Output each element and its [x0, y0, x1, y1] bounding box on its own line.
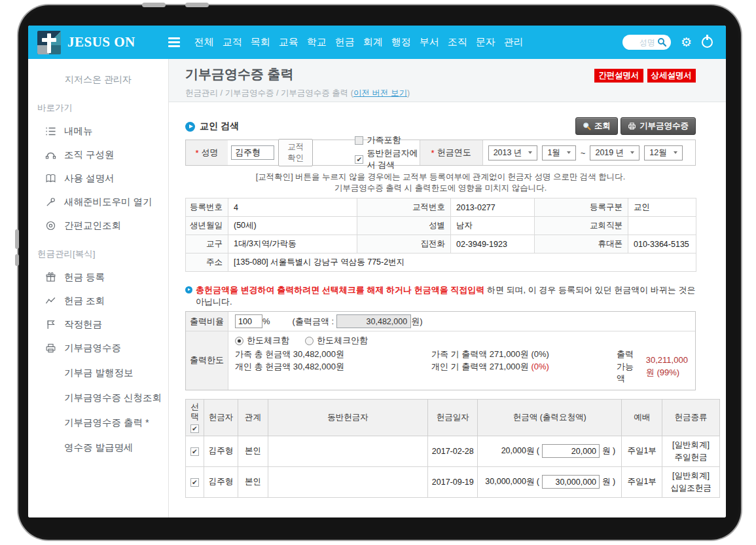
- month-to-select[interactable]: 12월: [644, 145, 682, 160]
- sidebar-section-shortcuts: 바로가기: [37, 102, 168, 114]
- nav-item-offering[interactable]: 헌금: [335, 36, 355, 48]
- tablet-screen: JESUS ON 전체 교적 목회 교육 학교 헌금 회계 행정 부서 조직 문…: [28, 26, 726, 517]
- sidebar-item-newyear-helper[interactable]: 새해준비도우미 열기: [45, 196, 168, 208]
- row-select-checkbox[interactable]: ✔: [190, 447, 199, 456]
- app-logo-text[interactable]: JESUS ON: [67, 34, 135, 50]
- nav-item-education[interactable]: 교육: [279, 36, 298, 48]
- sidebar-item-offering-search[interactable]: 헌금 조회: [45, 295, 168, 307]
- member-search-section-title: 교인 검색: [185, 121, 239, 135]
- power-icon[interactable]: [702, 37, 713, 48]
- print-amount-readonly-input: [336, 314, 411, 328]
- hamburger-menu-icon[interactable]: [168, 37, 180, 47]
- search-help-text: [교적확인] 버튼을 누르지 않을 경우에는 교적부 등록여부에 관계없이 헌금…: [185, 172, 696, 193]
- top-navigation-bar: JESUS ON 전체 교적 목회 교육 학교 헌금 회계 행정 부서 조직 문…: [28, 26, 726, 59]
- reg-type-value: 교인: [628, 198, 696, 217]
- limit-check-on-radio[interactable]: 한도체크함: [235, 335, 289, 347]
- gear-icon[interactable]: ⚙: [681, 36, 692, 48]
- sidebar-item-donation-issue-info[interactable]: 기부금 발행정보: [64, 367, 168, 379]
- cross-logo-icon[interactable]: [37, 31, 61, 54]
- table-row: ✔ 김주형 본인 2017-09-19 30,000,000원 (: [186, 466, 720, 497]
- menu-list-icon: [45, 126, 56, 137]
- church-no-label: 교적번호: [357, 198, 451, 217]
- limit-check-off-radio[interactable]: 한도체크안함: [305, 335, 368, 347]
- admin-label: 지저스온 관리자: [28, 74, 168, 86]
- sidebar-item-receipt-issue-detail[interactable]: 영수증 발급명세: [64, 442, 168, 454]
- sidebar-item-pledged-offering[interactable]: 작정헌금: [45, 318, 168, 331]
- nav-item-sms[interactable]: 문자: [476, 36, 495, 48]
- include-family-checkbox-row[interactable]: 가족포함: [355, 134, 419, 146]
- sidebar-item-offering-register[interactable]: 헌금 등록: [45, 271, 168, 284]
- print-ratio-input[interactable]: [235, 314, 262, 328]
- year-from-select[interactable]: 2013 년: [488, 145, 538, 160]
- co-donor-cell: [268, 466, 427, 497]
- nav-item-accounting[interactable]: 회계: [363, 36, 383, 48]
- printer-icon: [45, 343, 56, 354]
- previous-version-link[interactable]: 이전 버전 보기: [353, 88, 407, 98]
- sidebar-item-org-members[interactable]: 조직 구성원: [45, 149, 168, 161]
- nav-item-admin[interactable]: 행정: [391, 36, 411, 48]
- percent-sign: %: [262, 316, 270, 326]
- breadcrumb: 헌금관리 / 기부금영수증 / 기부금영수증 출력 (이전 버전 보기): [185, 88, 726, 99]
- sidebar-item-label: 헌금 조회: [64, 295, 105, 307]
- requested-amount-input[interactable]: [542, 475, 600, 489]
- limit-check-off-label: 한도체크안함: [317, 335, 368, 347]
- nav-item-registry[interactable]: 교적: [223, 36, 242, 48]
- available-label: 출력 가능액: [617, 348, 642, 385]
- church-no-value: 2013-0277: [451, 198, 535, 217]
- manual-book-icon: [45, 173, 56, 184]
- sidebar-item-label: 조직 구성원: [64, 149, 115, 161]
- simple-manual-badge[interactable]: 간편설명서: [594, 69, 643, 83]
- page-background: JESUS ON 전체 교적 목회 교육 학교 헌금 회계 행정 부서 조직 문…: [0, 0, 756, 545]
- reg-no-value: 4: [228, 198, 357, 217]
- chart-line-icon: [45, 295, 56, 307]
- sidebar-item-donation-receipt[interactable]: 기부금영수증: [45, 342, 168, 354]
- search-button[interactable]: 조회: [575, 117, 618, 135]
- service-cell: 주일1부: [622, 436, 662, 466]
- search-icon[interactable]: [657, 37, 667, 47]
- topbar-right-tools: ⚙: [622, 35, 713, 50]
- row-select-checkbox[interactable]: ✔: [190, 478, 199, 487]
- nav-item-management[interactable]: 관리: [504, 36, 524, 48]
- sidebar-item-receipt-request-search[interactable]: 기부금영수증 신청조회: [64, 392, 168, 404]
- include-family-label: 가족포함: [367, 134, 401, 146]
- personal-printed-pct: (0%): [531, 362, 549, 371]
- sidebar-item-my-menu[interactable]: 내메뉴: [45, 125, 168, 138]
- range-tilde: ~: [581, 148, 586, 158]
- radio-unselected-icon[interactable]: [305, 337, 314, 345]
- position-value: [628, 217, 696, 235]
- nav-item-organization[interactable]: 조직: [448, 36, 467, 48]
- detail-manual-badge[interactable]: 상세설명서: [647, 69, 696, 83]
- select-all-checkbox[interactable]: ✔: [190, 424, 199, 433]
- select-all-header: 선택 ✔: [186, 399, 204, 436]
- donation-receipt-print-button[interactable]: 기부금영수증: [621, 117, 696, 135]
- nav-item-department[interactable]: 부서: [420, 36, 439, 48]
- type-cell: [일반회계] 주일헌금: [662, 436, 720, 466]
- include-family-checkbox[interactable]: [355, 136, 363, 145]
- sidebar-item-quick-member-view[interactable]: 간편교인조회: [45, 219, 168, 232]
- radio-selected-icon[interactable]: [235, 337, 243, 345]
- search-codonor-checkbox[interactable]: ✔: [355, 155, 363, 164]
- district-value: 1대/3지역/가락동: [228, 235, 357, 254]
- year-to-select[interactable]: 2019 년: [590, 145, 639, 160]
- sidebar-item-label: 새해준비도우미 열기: [64, 196, 153, 208]
- help-line-2: 기부금영수증 출력 시 출력한도에 영향을 미치지 않습니다.: [185, 183, 696, 194]
- chevron-down-icon: [630, 151, 634, 154]
- nav-item-all[interactable]: 전체: [194, 36, 214, 48]
- tablet-frame: JESUS ON 전체 교적 목회 교육 학교 헌금 회계 행정 부서 조직 문…: [18, 5, 741, 540]
- amount-suffix: 원 ): [602, 445, 615, 457]
- printed-amounts-column: 가족 기 출력액 271,000원 (0%) 개인 기 출력액 271,000원…: [431, 348, 598, 385]
- search-codonor-label: 동반헌금자에서 검색: [367, 147, 419, 171]
- registry-verify-button[interactable]: 교적확인: [278, 139, 313, 166]
- sidebar-item-receipt-print-current[interactable]: 기부금영수증 출력 *: [64, 417, 168, 429]
- table-row: 교구 1대/3지역/가락동 집전화 02-3949-1923 휴대폰 010-3…: [186, 235, 696, 254]
- co-donor-header: 동반헌금자: [268, 399, 427, 436]
- requested-amount-input[interactable]: [542, 444, 600, 458]
- sidebar-item-user-manual[interactable]: 사용 설명서: [45, 172, 168, 185]
- month-from-select[interactable]: 1월: [542, 145, 575, 160]
- nav-item-ministry[interactable]: 목회: [251, 36, 270, 48]
- search-codonor-checkbox-row[interactable]: ✔ 동반헌금자에서 검색: [355, 147, 419, 171]
- member-search-box[interactable]: [622, 35, 671, 50]
- donor-name-input[interactable]: [231, 145, 274, 160]
- search-input[interactable]: [628, 38, 655, 47]
- nav-item-school[interactable]: 학교: [307, 36, 327, 48]
